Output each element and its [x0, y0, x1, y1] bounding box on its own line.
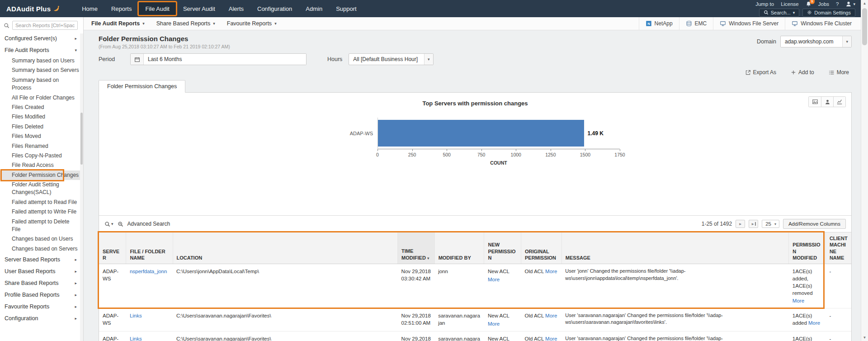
sidebar-item-summary-based-on-users[interactable]: Summary based on Users — [0, 56, 83, 66]
report-search-input[interactable] — [12, 21, 78, 30]
save-image-icon[interactable] — [809, 97, 821, 107]
sidebar-item-failed-attempt-to-delete-file[interactable]: Failed attempt to Delete File — [0, 217, 83, 235]
sidebar-item-files-copy-n-pasted[interactable]: Files Copy-N-Pasted — [0, 151, 83, 161]
chevron-right-icon: ▸ — [75, 304, 77, 309]
column-header-location[interactable]: LOCATION — [173, 232, 398, 264]
more-button[interactable]: More — [826, 69, 852, 76]
notifications-button[interactable]: 1 — [806, 1, 811, 7]
advanced-search-button[interactable] — [118, 221, 123, 227]
sidebar-item-folder-permission-changes[interactable]: Folder Permission Changes — [0, 170, 83, 180]
column-header-server[interactable]: SERVER — [99, 232, 126, 264]
sidebar-scrollbar-thumb[interactable] — [80, 113, 83, 165]
adaudit-plus-logo[interactable]: ADAudit Plus — [6, 5, 60, 13]
file-folder-link[interactable]: Links — [130, 336, 142, 341]
nav-item-home[interactable]: Home — [75, 2, 104, 15]
new-permission-more-link[interactable]: More — [488, 276, 518, 283]
sidebar-section-configuration[interactable]: Configuration▸ — [0, 313, 83, 324]
sidebar-item-file-read-access[interactable]: File Read Access — [0, 161, 83, 170]
calendar-icon-button[interactable] — [131, 54, 144, 65]
sidebar-section-profile-based-reports[interactable]: Profile Based Reports▸ — [0, 289, 83, 301]
sidebar-item-files-renamed[interactable]: Files Renamed — [0, 142, 83, 151]
sidebar-section-configured-server-s[interactable]: Configured Server(s)▸ — [0, 33, 83, 44]
nav-item-support[interactable]: Support — [330, 2, 363, 15]
jobs-link[interactable]: Jobs — [818, 1, 829, 7]
sidebar-item-folder-audit-setting-changes-sacl[interactable]: Folder Audit Setting Changes(SACL) — [0, 180, 83, 198]
adaudit-plus-app: ADAudit Plus HomeReportsFile AuditServer… — [0, 0, 861, 341]
server-filter-windows-file-cluster[interactable]: Windows File Cluster — [785, 17, 858, 30]
new-permission-more-link[interactable]: More — [488, 320, 518, 327]
column-header-new-permission[interactable]: NEW PERMISSION — [484, 232, 521, 264]
sidebar-item-summary-based-on-process[interactable]: Summary based on Process — [0, 76, 83, 93]
sidebar-section-file-audit-reports[interactable]: File Audit Reports▾ — [0, 44, 83, 56]
server-filter-emc[interactable]: EMC — [679, 17, 713, 30]
toolbar-menu-favourite-reports[interactable]: Favourite Reports▾ — [221, 17, 283, 30]
column-header-client-machine-name[interactable]: CLIENT MACHINE NAME — [826, 232, 851, 264]
server-filter-netapp[interactable]: NNetApp — [639, 17, 679, 30]
export-as-button[interactable]: Export As — [742, 69, 779, 76]
sidebar-item-summary-based-on-servers[interactable]: Summary based on Servers — [0, 66, 83, 75]
sidebar-scrollbar[interactable] — [80, 33, 83, 341]
domain-settings-button[interactable]: Domain Settings — [802, 9, 855, 17]
sidebar-section-favourite-reports[interactable]: Favourite Reports▸ — [0, 301, 83, 313]
cell-client-machine-name: - — [826, 264, 851, 308]
page-scrollbar-thumb[interactable] — [862, 8, 867, 45]
page-size-select[interactable]: 25▾ — [762, 220, 779, 228]
sidebar-section-user-based-reports[interactable]: User Based Reports▸ — [0, 265, 83, 277]
toolbar-menu-share-based-reports[interactable]: Share Based Reports▾ — [151, 17, 221, 30]
last-page-button[interactable]: ► — [749, 220, 758, 228]
sidebar-item-changes-based-on-servers[interactable]: Changes based on Servers — [0, 244, 83, 254]
sidebar-item-failed-attempt-to-write-file[interactable]: Failed attempt to Write File — [0, 207, 83, 217]
sidebar-section-share-based-reports[interactable]: Share Based Reports▸ — [0, 277, 83, 289]
nav-item-reports[interactable]: Reports — [105, 2, 138, 15]
sidebar-item-changes-based-on-users[interactable]: Changes based on Users — [0, 234, 83, 244]
column-header-permission-modified[interactable]: PERMISSION MODIFIED — [789, 232, 826, 264]
server-filter-windows-file-server[interactable]: Windows File Server — [713, 17, 785, 30]
nav-item-admin[interactable]: Admin — [299, 2, 329, 15]
next-page-button[interactable]: ► — [736, 220, 745, 228]
scroll-up-icon[interactable]: ▲ — [861, 0, 868, 7]
nav-item-alerts[interactable]: Alerts — [222, 2, 250, 15]
global-search-button[interactable]: Search... ▾ — [759, 9, 800, 17]
add-to-button[interactable]: Add to — [788, 69, 817, 76]
help-button[interactable]: ? — [836, 1, 839, 7]
original-permission-more-link[interactable]: More — [545, 269, 557, 274]
sidebar-section-server-based-reports[interactable]: Server Based Reports▸ — [0, 254, 83, 265]
file-folder-link[interactable]: Links — [130, 313, 142, 318]
column-header-message[interactable]: MESSAGE — [561, 232, 789, 264]
sidebar-item-files-moved[interactable]: Files Moved — [0, 132, 83, 141]
column-header-original-permission[interactable]: ORIGINAL PERMISSION — [521, 232, 561, 264]
schedule-report-icon[interactable] — [821, 97, 833, 107]
sidebar-item-all-file-or-folder-changes[interactable]: All File or Folder Changes — [0, 93, 83, 103]
column-header-modified-by[interactable]: MODIFIED BY — [434, 232, 484, 264]
nav-item-file-audit[interactable]: File Audit — [139, 2, 175, 15]
column-search-toggle[interactable]: ▾ — [104, 221, 113, 227]
chart-type-icon[interactable] — [833, 97, 845, 107]
original-permission-more-link[interactable]: More — [545, 313, 557, 318]
sidebar-item-files-modified[interactable]: Files Modified — [0, 112, 83, 122]
domain-select[interactable]: adap.workshop.com▾ — [780, 36, 852, 47]
file-folder-link[interactable]: nsperfdata_jonn — [130, 269, 167, 274]
page-scrollbar[interactable]: ▲ ▼ — [861, 0, 868, 341]
toolbar-menu-file-audit-reports[interactable]: File Audit Reports▾ — [85, 17, 151, 30]
column-header-file-folder-name[interactable]: FILE / FOLDER NAME — [126, 232, 173, 264]
permission-modified-more-link[interactable]: More — [808, 320, 820, 326]
original-permission-more-link[interactable]: More — [545, 336, 557, 341]
chart-tick-mark — [585, 149, 585, 151]
permission-modified-more-link[interactable]: More — [793, 298, 804, 303]
sidebar-item-files-created[interactable]: Files Created — [0, 103, 83, 112]
chart-bar[interactable] — [378, 120, 584, 147]
sidebar-item-failed-attempt-to-read-file[interactable]: Failed attempt to Read File — [0, 198, 83, 207]
scroll-down-icon[interactable]: ▼ — [861, 334, 868, 341]
jump-to-link[interactable]: Jump to — [755, 1, 774, 7]
nav-item-server-audit[interactable]: Server Audit — [177, 2, 222, 15]
license-link[interactable]: License — [781, 1, 799, 7]
hours-select[interactable]: All [Default Business Hour]▾ — [349, 53, 433, 65]
advanced-search-label[interactable]: Advanced Search — [127, 221, 170, 227]
column-header-time-modified[interactable]: TIME MODIFIED ▾ — [398, 232, 435, 264]
period-input[interactable] — [144, 54, 306, 65]
sidebar-item-files-deleted[interactable]: Files Deleted — [0, 122, 83, 132]
user-menu[interactable]: ▾ — [845, 1, 855, 7]
tab-folder-permission-changes[interactable]: Folder Permission Changes — [99, 80, 185, 93]
add-remove-columns-button[interactable]: Add/Remove Columns — [783, 219, 846, 229]
nav-item-configuration[interactable]: Configuration — [251, 2, 298, 15]
